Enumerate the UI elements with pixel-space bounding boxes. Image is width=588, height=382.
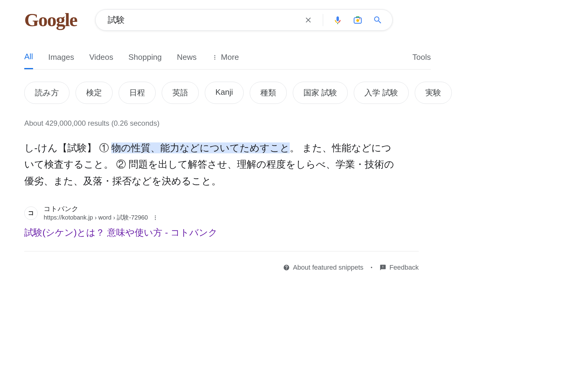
chip-reading[interactable]: 読み方 [24, 82, 69, 104]
svg-point-1 [356, 19, 359, 22]
svg-point-4 [214, 57, 215, 58]
chip-kanji[interactable]: Kanji [205, 82, 244, 104]
result-breadcrumb: https://kotobank.jp › word › 試験-72960 [44, 213, 148, 222]
svg-point-7 [155, 217, 156, 218]
about-featured-snippets-label: About featured snippets [293, 264, 363, 271]
chip-national-exam[interactable]: 国家 試験 [293, 82, 348, 104]
more-icon[interactable] [152, 215, 158, 221]
feedback-link[interactable]: Feedback [380, 264, 419, 271]
chip-schedule[interactable]: 日程 [119, 82, 156, 104]
feedback-label: Feedback [389, 264, 419, 271]
svg-point-8 [155, 219, 156, 220]
about-featured-snippets-link[interactable]: About featured snippets [283, 264, 363, 271]
chip-experiment[interactable]: 実験 [415, 82, 452, 104]
tab-shopping[interactable]: Shopping [128, 53, 162, 69]
divider [323, 14, 323, 26]
chip-entrance-exam[interactable]: 入学 試験 [354, 82, 409, 104]
svg-point-5 [214, 59, 215, 60]
separator-dot: • [371, 265, 373, 270]
voice-search-icon[interactable] [332, 15, 343, 26]
tab-all[interactable]: All [24, 52, 33, 69]
more-icon [212, 54, 218, 60]
help-icon [283, 264, 290, 271]
result-stats: About 429,000,000 results (0.26 seconds) [0, 104, 588, 128]
search-input[interactable] [105, 15, 303, 25]
google-logo[interactable]: Google [24, 9, 77, 31]
result-title-link[interactable]: 試験(シケン)とは？ 意味や使い方 - コトバンク [24, 227, 394, 239]
featured-snippet-text: し‐けん【試験】 ① 物の性質、能力などについてためすこと。 また、性能などにつ… [0, 128, 394, 189]
tab-more-label: More [221, 53, 239, 62]
clear-icon[interactable] [303, 15, 314, 26]
chip-english[interactable]: 英語 [162, 82, 199, 104]
lens-icon[interactable] [352, 15, 363, 26]
result-favicon: コ [24, 206, 38, 220]
svg-point-6 [155, 215, 156, 216]
tools-button[interactable]: Tools [412, 53, 431, 69]
chip-types[interactable]: 種類 [250, 82, 287, 104]
svg-point-3 [214, 55, 215, 56]
svg-point-2 [359, 18, 360, 19]
snippet-highlight: 物の性質、能力などについてためすこと [111, 142, 290, 153]
feedback-icon [380, 264, 386, 271]
tab-more[interactable]: More [212, 53, 239, 69]
search-icon[interactable] [372, 15, 383, 26]
tab-videos[interactable]: Videos [89, 53, 113, 69]
tab-news[interactable]: News [177, 53, 197, 69]
result-site-name: コトバンク [44, 204, 158, 213]
snippet-prefix: し‐けん【試験】 ① [24, 142, 111, 153]
tab-images[interactable]: Images [48, 53, 74, 69]
search-bar [95, 9, 393, 31]
chip-kentei[interactable]: 検定 [76, 82, 113, 104]
